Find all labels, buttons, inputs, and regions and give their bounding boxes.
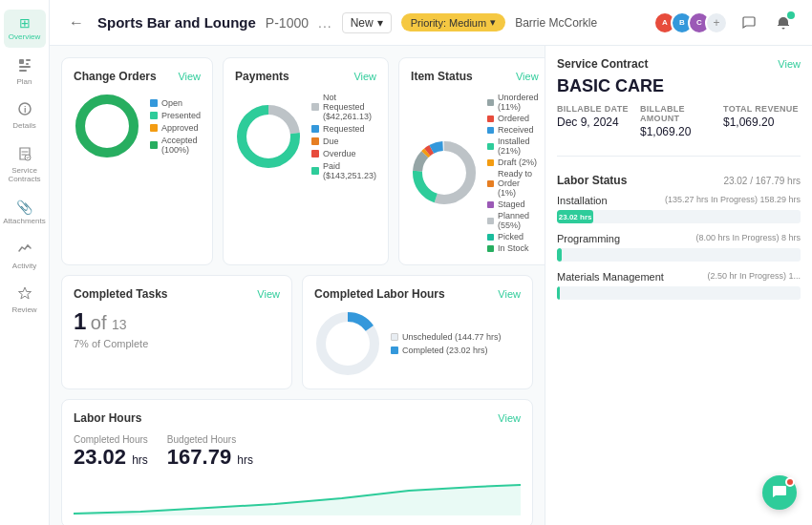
legend-dot <box>150 99 158 107</box>
svg-rect-4 <box>19 70 27 72</box>
notification-badge <box>787 11 795 19</box>
labor-hours-view[interactable]: View <box>498 288 521 300</box>
status-label: New <box>351 16 374 30</box>
avatar-group: A B C + <box>653 11 728 34</box>
item-status-donut <box>411 139 478 206</box>
service-contract-view[interactable]: View <box>778 58 801 70</box>
legend-dot <box>487 143 494 150</box>
main-area: ← Sports Bar and Lounge P-1000 ... New ▾… <box>50 0 812 525</box>
svg-point-10 <box>80 99 134 153</box>
item-status-title: Item Status <box>411 70 473 83</box>
legend-dot <box>311 137 319 145</box>
programming-detail: (8.00 hrs In Progress) 8 hrs <box>695 233 801 244</box>
payments-donut <box>235 103 302 170</box>
labor-status-header: Labor Status 23.02 / 167.79 hrs <box>557 174 801 187</box>
budgeted-hours-number: 167.79 <box>167 445 231 469</box>
total-revenue-col: TOTAL REVENUE $1,069.20 <box>723 104 801 138</box>
top-row: Change Orders View <box>61 57 533 265</box>
legend-item: Installed (21%) <box>487 136 539 156</box>
plan-icon <box>17 57 32 75</box>
billable-date-label: BILLABLE DATE <box>557 104 634 114</box>
tasks-count-area: 1 of 13 <box>74 310 280 334</box>
completed-tasks-card: Completed Tasks View 1 of 13 7% of Compl… <box>61 275 292 389</box>
legend-dot <box>487 99 494 106</box>
legend-dot <box>311 150 319 158</box>
legend-label: Installed (21%) <box>498 136 539 156</box>
payments-view[interactable]: View <box>353 71 376 82</box>
attachments-icon: 📎 <box>16 200 32 215</box>
payments-header: Payments View <box>235 70 376 83</box>
programming-label: Programming <box>557 233 620 244</box>
legend-item: Picked <box>487 232 539 242</box>
labor-hours-bottom-view[interactable]: View <box>498 412 521 424</box>
legend-dot <box>487 180 494 187</box>
more-options-button[interactable]: ... <box>318 15 332 31</box>
sidebar-item-service-contracts[interactable]: Service Contracts <box>4 140 46 190</box>
legend-label: In Stock <box>498 243 529 253</box>
notifications-icon[interactable] <box>770 10 797 36</box>
materials-progress-bg <box>557 286 801 300</box>
payments-card: Payments View <box>223 57 389 265</box>
legend-label: Open <box>161 98 182 108</box>
service-contract-title: Service Contract <box>557 57 648 71</box>
legend-dot <box>487 116 494 122</box>
sidebar-item-activity[interactable]: Activity <box>4 236 46 277</box>
chat-fab-button[interactable] <box>762 475 797 510</box>
tasks-total: 13 <box>112 317 127 332</box>
priority-badge[interactable]: Priority: Medium ▾ <box>401 13 505 32</box>
change-orders-header: Change Orders View <box>74 70 201 83</box>
tasks-pct: 7% of Complete <box>74 338 280 349</box>
installation-row: Installation (135.27 hrs In Progress) 15… <box>557 195 801 206</box>
sidebar-label-activity: Activity <box>12 262 36 271</box>
change-orders-view[interactable]: View <box>178 71 201 82</box>
dropdown-chevron-icon: ▾ <box>377 16 383 30</box>
sidebar-item-overview[interactable]: ⊞ Overview <box>4 10 46 48</box>
sidebar-item-details[interactable]: i Details <box>4 95 46 136</box>
legend-label: Ordered <box>498 114 529 123</box>
sidebar-item-review[interactable]: Review <box>4 280 46 321</box>
legend-label: Presented <box>161 111 201 120</box>
back-button[interactable]: ← <box>65 11 88 34</box>
labor-hours-bottom-title: Labor Hours <box>74 411 141 425</box>
tasks-of: of <box>91 312 112 333</box>
item-status-view[interactable]: View <box>516 71 539 82</box>
billable-amount-label: BILLABLE AMOUNT <box>640 104 717 123</box>
budgeted-hours-block: Budgeted Hours 167.79 hrs <box>167 434 253 470</box>
labor-status-section: Labor Status 23.02 / 167.79 hrs Installa… <box>557 174 801 309</box>
change-orders-title: Change Orders <box>74 70 157 83</box>
add-member-button[interactable]: + <box>705 11 728 34</box>
legend-item: Received <box>487 125 539 135</box>
billable-amount-value: $1,069.20 <box>640 125 717 138</box>
service-contract-section: Service Contract View BASIC CARE BILLABL… <box>557 57 801 138</box>
labor-hours-bottom-header: Labor Hours View <box>74 411 521 425</box>
priority-chevron-icon: ▾ <box>490 16 496 29</box>
tasks-view[interactable]: View <box>257 288 280 300</box>
tasks-title: Completed Tasks <box>74 287 167 301</box>
legend-label: Planned (55%) <box>498 211 539 230</box>
project-title: Sports Bar and Lounge <box>97 14 256 31</box>
legend-label: Not Requested ($42,261.13) <box>323 93 376 121</box>
labor-status-installation: Installation (135.27 hrs In Progress) 15… <box>557 195 801 223</box>
priority-label: Priority: Medium <box>411 17 486 29</box>
right-panel: Service Contract View BASIC CARE BILLABL… <box>545 46 812 525</box>
chat-icon[interactable] <box>736 10 762 36</box>
sidebar-item-attachments[interactable]: 📎 Attachments <box>4 194 46 232</box>
review-icon <box>17 285 32 304</box>
legend-item: Planned (55%) <box>487 211 539 230</box>
legend-item: Overdue <box>311 149 376 158</box>
assigned-user: Barrie McCorkle <box>515 16 597 30</box>
legend-label: Approved <box>161 123 199 133</box>
middle-row: Completed Tasks View 1 of 13 7% of Compl… <box>61 275 533 389</box>
sidebar-label-review: Review <box>11 305 36 315</box>
budgeted-hours-unit: hrs <box>237 453 253 467</box>
legend-item: Presented <box>150 111 201 120</box>
sidebar-item-plan[interactable]: Plan <box>4 52 46 93</box>
legend-item: Ordered <box>487 114 539 123</box>
sidebar: ⊞ Overview Plan i Deta <box>0 0 50 525</box>
legend-dot <box>311 103 319 111</box>
labor-status-materials: Materials Management (2.50 hr In Progres… <box>557 271 801 300</box>
total-revenue-label: TOTAL REVENUE <box>723 104 801 114</box>
svg-marker-8 <box>18 287 31 299</box>
status-dropdown[interactable]: New ▾ <box>342 12 392 33</box>
legend-dot <box>391 346 398 354</box>
